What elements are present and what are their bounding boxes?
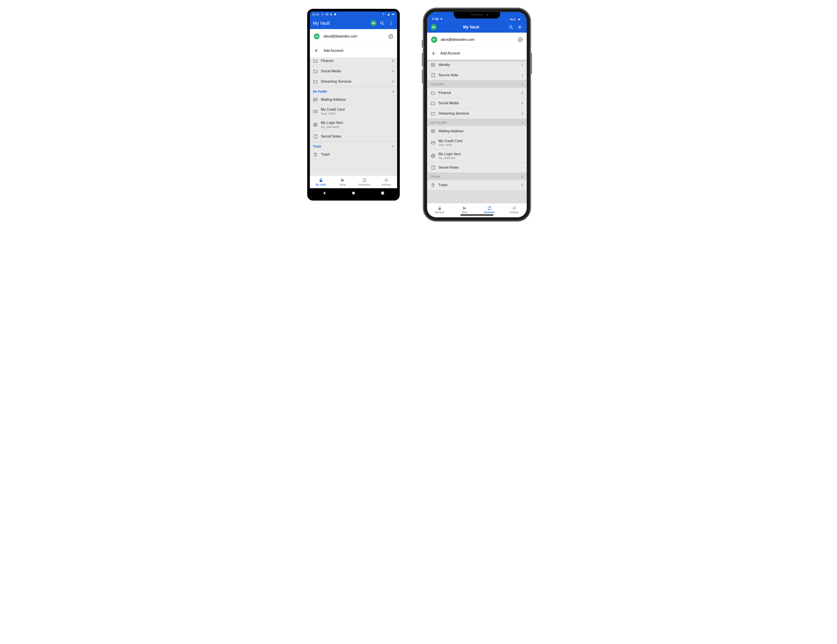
- battery-icon: [391, 13, 395, 16]
- tab-generator[interactable]: Generator: [477, 204, 502, 216]
- card-icon: [313, 109, 318, 114]
- more-icon[interactable]: [390, 97, 394, 102]
- vault-list[interactable]: Identity 1 Secure Note 1 FOLDERS 3 Finan…: [427, 60, 527, 203]
- ios-mute-switch: [422, 39, 423, 48]
- folder-count: 0: [522, 112, 523, 115]
- sync-icon: [487, 206, 492, 211]
- tab-send[interactable]: Send: [332, 176, 353, 188]
- ios-home-indicator[interactable]: [460, 214, 494, 215]
- account-switcher-panel: BD alice@bitwarden.com Add Account: [310, 29, 397, 58]
- tab-settings[interactable]: Settings: [502, 204, 527, 216]
- tab-send[interactable]: Send: [452, 204, 477, 216]
- item-subtitle: my_username: [321, 125, 387, 128]
- vault-item-row[interactable]: My Login Item my_username: [310, 118, 397, 131]
- folder-icon: [431, 90, 435, 95]
- item-subtitle: Visa, *4242: [321, 112, 387, 115]
- account-avatar: BD: [314, 33, 320, 39]
- tab-my-vault[interactable]: My Vault: [427, 204, 452, 216]
- section-header-trash: TRASH 0: [427, 173, 527, 180]
- section-header-no-folder: NO FOLDER 4: [427, 119, 527, 126]
- folder-name: Social Media: [438, 101, 518, 105]
- more-icon[interactable]: [519, 165, 523, 170]
- folder-row[interactable]: Finance 0: [427, 88, 527, 98]
- send-icon: [462, 206, 467, 211]
- trash-row[interactable]: Trash: [310, 150, 397, 160]
- lock-icon: [437, 206, 442, 211]
- send-icon: [340, 178, 345, 183]
- type-row[interactable]: Secure Note 1: [427, 70, 527, 80]
- more-icon[interactable]: [519, 154, 523, 158]
- tab-label: Settings: [381, 183, 391, 186]
- gear-icon: [384, 178, 389, 183]
- item-name: My Login Item: [321, 121, 387, 125]
- appbar-title: My Vault: [313, 21, 368, 26]
- mail-icon: [325, 13, 328, 16]
- account-avatar: BD: [431, 36, 437, 43]
- folder-row[interactable]: Streaming Services 0: [427, 108, 527, 119]
- account-avatar[interactable]: BD: [371, 20, 376, 26]
- vault-item-row[interactable]: Mailing Address: [310, 95, 397, 105]
- back-button[interactable]: [322, 191, 327, 196]
- vault-item-row[interactable]: Secret Notes: [427, 163, 527, 173]
- item-count: 0: [522, 183, 523, 187]
- search-button[interactable]: [508, 24, 514, 30]
- tab-my-vault[interactable]: My Vault: [310, 176, 332, 188]
- folder-count: 0: [392, 69, 394, 73]
- more-icon[interactable]: [519, 129, 523, 133]
- account-email: alice@bitwarden.com: [323, 34, 384, 38]
- section-title: NO FOLDER: [431, 121, 447, 124]
- item-name: My Credit Card: [438, 139, 516, 143]
- add-account-label: Add Account: [323, 49, 343, 53]
- card-icon: [334, 13, 336, 16]
- add-item-button[interactable]: [517, 24, 523, 30]
- account-avatar[interactable]: BD: [431, 24, 437, 30]
- tab-label: Send: [462, 211, 467, 214]
- dots-vertical-icon: [389, 21, 393, 26]
- add-account-button[interactable]: Add Account: [427, 47, 527, 60]
- item-name: Trash: [438, 183, 518, 187]
- vault-item-row[interactable]: Secret Notes: [310, 131, 397, 142]
- folder-row[interactable]: Streaming Services 0: [310, 77, 397, 87]
- tab-label: Generator: [358, 183, 370, 186]
- home-button[interactable]: [351, 191, 356, 196]
- tab-generator[interactable]: Generator: [353, 176, 375, 188]
- item-name: My Login Item: [438, 152, 516, 156]
- folder-name: Finance: [438, 91, 518, 95]
- tab-settings[interactable]: Settings: [375, 176, 397, 188]
- search-icon: [509, 25, 514, 30]
- overflow-menu-button[interactable]: [388, 20, 394, 26]
- card-icon: [431, 140, 435, 145]
- ios-notch: [454, 12, 500, 18]
- add-account-button[interactable]: Add Account: [310, 44, 397, 58]
- more-icon[interactable]: [519, 141, 523, 145]
- search-button[interactable]: [379, 20, 385, 26]
- folder-name: Social Media: [321, 69, 389, 73]
- vault-item-row[interactable]: My Credit Card Visa, *4242: [310, 105, 397, 118]
- account-row-current[interactable]: BD alice@bitwarden.com: [310, 29, 397, 44]
- avatar-initials: BD: [432, 26, 435, 28]
- vault-item-row[interactable]: My Login Item my_username: [427, 150, 527, 163]
- vault-item-row[interactable]: My Credit Card Visa, *4242: [427, 136, 527, 150]
- vault-list[interactable]: Finance 0 Social Media 0 Streaming Servi…: [310, 58, 397, 176]
- avatar-initials: BD: [433, 39, 436, 41]
- trash-row[interactable]: Trash 0: [427, 180, 527, 191]
- more-icon[interactable]: [390, 109, 394, 114]
- identity-icon: [313, 97, 318, 102]
- wifi-icon: [382, 13, 385, 16]
- status-time: 10:34: [312, 13, 319, 16]
- recents-button[interactable]: [380, 191, 385, 196]
- more-icon[interactable]: [390, 134, 394, 139]
- section-count: 0: [522, 175, 523, 178]
- account-email: alice@bitwarden.com: [441, 38, 514, 42]
- note-icon: [313, 134, 318, 139]
- more-icon[interactable]: [390, 123, 394, 127]
- folder-row[interactable]: Social Media 0: [310, 66, 397, 77]
- account-row-current[interactable]: BD alice@bitwarden.com: [427, 33, 527, 47]
- identity-icon: [431, 129, 435, 133]
- type-name: Secure Note: [438, 73, 518, 77]
- type-row[interactable]: Identity 1: [427, 60, 527, 70]
- trash-icon: [431, 183, 435, 187]
- folder-row[interactable]: Finance 0: [310, 58, 397, 66]
- vault-item-row[interactable]: Mailing Address: [427, 126, 527, 136]
- folder-row[interactable]: Social Media 0: [427, 98, 527, 108]
